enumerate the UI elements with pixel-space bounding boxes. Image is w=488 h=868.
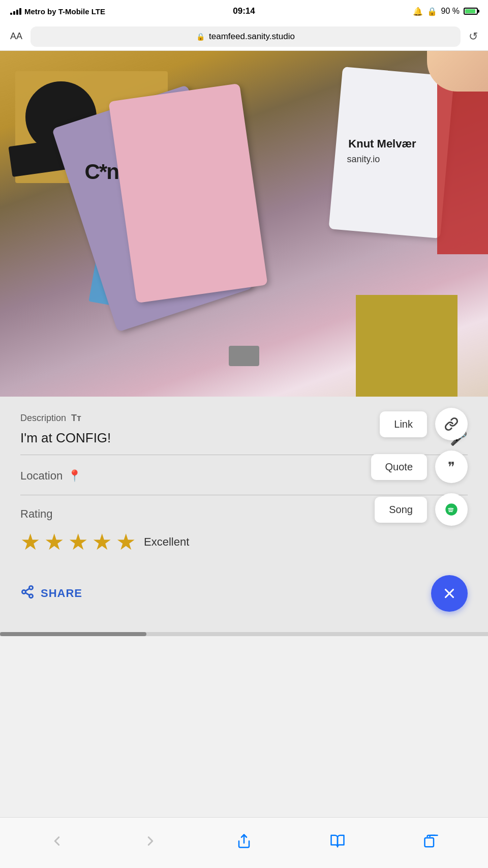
safari-bottom-nav <box>0 817 488 868</box>
share-button[interactable]: SHARE <box>20 585 82 603</box>
carrier-text: Metro by T-Mobile LTE <box>24 7 105 16</box>
gold-block <box>356 295 458 397</box>
bookmarks-button[interactable] <box>322 828 353 858</box>
close-x-icon <box>442 586 457 601</box>
share-row: SHARE <box>20 575 468 612</box>
signal-bar-2 <box>13 11 15 15</box>
share-label: SHARE <box>41 587 82 600</box>
rating-row: ★ ★ ★ ★ ★ Excellent <box>20 529 468 555</box>
carrier-info: Metro by T-Mobile LTE <box>10 7 105 16</box>
scroll-indicator <box>0 632 488 636</box>
quote-marks-icon: ❞ <box>448 459 455 475</box>
share-icon <box>20 585 35 603</box>
badge-name: Knut Melvær <box>348 137 416 152</box>
quote-action-row: Quote ❞ <box>371 451 468 483</box>
description-text: I'm at CONFIG! <box>20 430 111 446</box>
content-area: Link Quote ❞ Song <box>0 397 488 632</box>
back-arrow-icon <box>49 833 65 853</box>
star-1[interactable]: ★ <box>20 529 40 555</box>
link-chain-icon <box>444 417 459 431</box>
scroll-thumb <box>0 632 146 636</box>
status-bar: Metro by T-Mobile LTE 09:14 🔔 🔒 90 % <box>0 0 488 22</box>
lock-icon: 🔒 <box>196 33 205 41</box>
signal-bar-4 <box>19 8 21 15</box>
stars-container[interactable]: ★ ★ ★ ★ ★ <box>20 529 136 555</box>
quote-button[interactable]: Quote <box>371 454 427 480</box>
aa-text[interactable]: AA <box>10 31 22 42</box>
svg-rect-9 <box>425 837 434 847</box>
badge-clip <box>229 346 259 366</box>
location-label-text: Location <box>20 469 63 483</box>
badge-company: sanity.io <box>347 154 380 165</box>
white-badge: Knut Melvær sanity.io <box>328 67 454 238</box>
share-svg-icon <box>20 585 35 599</box>
book-open-icon <box>330 833 345 853</box>
link-circle-button[interactable] <box>435 408 468 440</box>
forward-button[interactable] <box>135 828 166 858</box>
address-bar: AA 🔒 teamfeed.sanity.studio ↺ <box>0 22 488 51</box>
content-wrapper: Link Quote ❞ Song <box>20 413 468 612</box>
signal-bars <box>10 8 21 15</box>
song-action-row: Song <box>375 493 468 526</box>
battery-percent: 90 % <box>441 7 460 16</box>
link-action-row: Link <box>380 408 468 440</box>
star-5[interactable]: ★ <box>116 529 136 555</box>
floating-actions: Link Quote ❞ Song <box>371 408 468 526</box>
tabs-button[interactable] <box>416 828 446 858</box>
svg-line-5 <box>25 588 29 591</box>
tt-icon: Tт <box>71 413 81 424</box>
orientation-lock-icon: 🔒 <box>427 7 437 16</box>
share-upload-icon <box>236 833 252 853</box>
star-2[interactable]: ★ <box>44 529 64 555</box>
star-4[interactable]: ★ <box>92 529 112 555</box>
status-time: 09:14 <box>233 6 255 16</box>
hero-image: C*nfig Knut Melvær sanity.io <box>0 51 488 397</box>
pink-badge <box>108 83 267 303</box>
spotify-circle-button[interactable] <box>435 493 468 526</box>
tabs-squares-icon <box>423 833 439 853</box>
battery-fill <box>465 9 475 13</box>
signal-bar-3 <box>16 10 18 15</box>
back-button[interactable] <box>42 828 72 858</box>
battery-shape <box>464 8 478 15</box>
share-nav-button[interactable] <box>229 828 259 858</box>
song-button[interactable]: Song <box>375 497 427 523</box>
close-fab-button[interactable] <box>431 575 468 612</box>
star-3[interactable]: ★ <box>68 529 88 555</box>
status-right: 🔔 🔒 90 % <box>413 7 478 16</box>
forward-arrow-icon <box>143 833 158 853</box>
signal-bar-1 <box>10 13 12 15</box>
location-pin-icon: 📍 <box>68 469 81 483</box>
rating-text: Excellent <box>144 535 189 549</box>
refresh-button[interactable]: ↺ <box>469 30 478 43</box>
svg-line-4 <box>25 592 29 595</box>
alarm-icon: 🔔 <box>413 7 423 16</box>
url-text: teamfeed.sanity.studio <box>209 32 295 42</box>
link-button[interactable]: Link <box>380 411 427 437</box>
description-label-text: Description <box>20 413 66 424</box>
url-bar[interactable]: 🔒 teamfeed.sanity.studio <box>30 26 461 47</box>
quote-circle-button[interactable]: ❞ <box>435 451 468 483</box>
spotify-icon <box>444 502 459 517</box>
